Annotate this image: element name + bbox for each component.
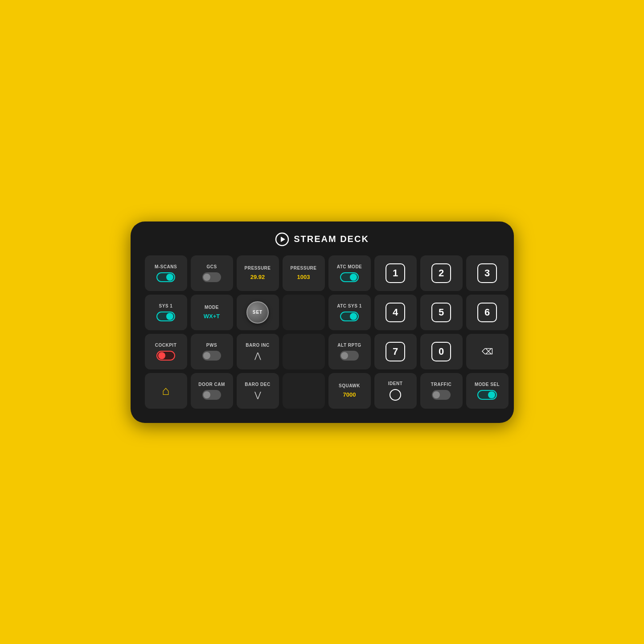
num-5-display: 5 bbox=[431, 303, 451, 322]
button-grid: M-SCANS GCS PRESSURE 29.92 PRESSURE 1003… bbox=[145, 255, 500, 409]
alt-rptg-button[interactable]: ALT RPTG bbox=[328, 334, 371, 369]
mode-button[interactable]: MODE WX+T bbox=[191, 295, 233, 330]
num-6-button[interactable]: 6 bbox=[466, 295, 509, 330]
pws-toggle[interactable] bbox=[202, 351, 221, 361]
num-3-display: 3 bbox=[477, 263, 497, 283]
alt-rptg-label: ALT RPTG bbox=[337, 343, 361, 348]
atc-mode-toggle[interactable] bbox=[340, 272, 359, 282]
baro-dec-label: BARO DEC bbox=[245, 382, 270, 387]
num-5-button[interactable]: 5 bbox=[420, 295, 463, 330]
atc-mode-label: ATC MODE bbox=[337, 264, 362, 270]
mode-value: WX+T bbox=[204, 313, 220, 320]
atc-mode-button[interactable]: ATC MODE bbox=[328, 255, 371, 291]
baro-inc-arrow-icon: ⋀ bbox=[254, 351, 261, 361]
traffic-toggle[interactable] bbox=[432, 390, 451, 400]
m-scans-button[interactable]: M-SCANS bbox=[145, 255, 187, 291]
blank-button-3 bbox=[283, 373, 325, 409]
num-4-button[interactable]: 4 bbox=[374, 295, 417, 330]
cockpit-button[interactable]: COCKPIT bbox=[145, 334, 187, 369]
pws-knob bbox=[203, 352, 210, 359]
mode-sel-toggle[interactable] bbox=[477, 390, 497, 400]
pws-button[interactable]: PWS bbox=[191, 334, 233, 369]
squawk-label: SQUAWK bbox=[339, 383, 360, 389]
num-0-display: 0 bbox=[431, 342, 451, 361]
ident-circle-icon bbox=[390, 389, 401, 401]
pressure-2992-button[interactable]: PRESSURE 29.92 bbox=[237, 255, 279, 291]
set-knob-display[interactable]: SET bbox=[246, 301, 269, 324]
num-4-display: 4 bbox=[386, 303, 405, 322]
door-cam-knob bbox=[203, 391, 210, 398]
sys1-toggle[interactable] bbox=[156, 312, 175, 321]
door-cam-label: DOOR CAM bbox=[198, 382, 225, 387]
svg-marker-1 bbox=[281, 237, 285, 242]
baro-inc-button[interactable]: BARO INC ⋀ bbox=[237, 334, 279, 369]
ident-label: IDENT bbox=[388, 381, 403, 386]
gcs-button[interactable]: GCS bbox=[191, 255, 233, 291]
pressure-1003-label: PRESSURE bbox=[290, 266, 316, 271]
num-1-button[interactable]: 1 bbox=[374, 255, 417, 291]
mode-sel-button[interactable]: MODE SEL bbox=[466, 373, 509, 409]
atc-sys1-label: ATC SYS 1 bbox=[337, 304, 361, 309]
gcs-label: GCS bbox=[206, 264, 217, 270]
gcs-knob bbox=[203, 274, 210, 281]
num-7-display: 7 bbox=[386, 342, 405, 361]
pressure-1003-value: 1003 bbox=[297, 274, 310, 280]
stream-deck-logo-icon bbox=[275, 232, 289, 246]
door-cam-toggle[interactable] bbox=[202, 390, 221, 400]
m-scans-label: M-SCANS bbox=[155, 264, 177, 270]
baro-dec-button[interactable]: BARO DEC ⋁ bbox=[237, 373, 279, 409]
backspace-icon: ⌫ bbox=[482, 347, 493, 357]
sys1-knob bbox=[166, 313, 173, 320]
baro-inc-label: BARO INC bbox=[246, 343, 269, 348]
m-scans-knob bbox=[166, 274, 173, 281]
cockpit-knob bbox=[158, 352, 165, 359]
num-2-display: 2 bbox=[431, 263, 451, 283]
traffic-button[interactable]: TRAFFIC bbox=[420, 373, 463, 409]
num-3-button[interactable]: 3 bbox=[466, 255, 509, 291]
atc-mode-knob bbox=[350, 274, 357, 281]
cockpit-label: COCKPIT bbox=[155, 343, 177, 348]
mode-label: MODE bbox=[205, 305, 219, 310]
sys1-button[interactable]: SYS 1 bbox=[145, 295, 187, 330]
atc-sys1-knob bbox=[350, 313, 357, 320]
atc-sys1-toggle[interactable] bbox=[340, 312, 359, 321]
mode-sel-knob bbox=[488, 391, 495, 398]
num-0-button[interactable]: 0 bbox=[420, 334, 463, 369]
ident-button[interactable]: IDENT bbox=[374, 373, 417, 409]
pressure-2992-label: PRESSURE bbox=[244, 266, 271, 271]
m-scans-toggle[interactable] bbox=[156, 272, 175, 282]
blank-button-1 bbox=[283, 295, 325, 330]
home-icon: ⌂ bbox=[162, 384, 170, 398]
num-1-display: 1 bbox=[386, 263, 405, 283]
num-6-display: 6 bbox=[477, 303, 497, 322]
alt-rptg-knob bbox=[341, 352, 348, 359]
sys1-label: SYS 1 bbox=[159, 304, 173, 309]
num-2-button[interactable]: 2 bbox=[420, 255, 463, 291]
pressure-2992-value: 29.92 bbox=[250, 274, 265, 280]
deck-title: STREAM DECK bbox=[294, 234, 369, 244]
door-cam-button[interactable]: DOOR CAM bbox=[191, 373, 233, 409]
mode-sel-label: MODE SEL bbox=[475, 382, 500, 387]
traffic-label: TRAFFIC bbox=[431, 382, 451, 387]
blank-button-2 bbox=[283, 334, 325, 369]
squawk-value: 7000 bbox=[343, 391, 356, 398]
traffic-knob bbox=[433, 391, 440, 398]
atc-sys1-button[interactable]: ATC SYS 1 bbox=[328, 295, 371, 330]
pws-label: PWS bbox=[206, 343, 217, 348]
pressure-1003-button[interactable]: PRESSURE 1003 bbox=[283, 255, 325, 291]
backspace-button[interactable]: ⌫ bbox=[466, 334, 509, 369]
home-button[interactable]: ⌂ bbox=[145, 373, 187, 409]
set-knob-button[interactable]: SET bbox=[237, 295, 279, 330]
cockpit-toggle[interactable] bbox=[156, 351, 175, 361]
gcs-toggle[interactable] bbox=[202, 272, 221, 282]
alt-rptg-toggle[interactable] bbox=[340, 351, 359, 361]
deck-header: STREAM DECK bbox=[145, 232, 500, 246]
baro-dec-arrow-icon: ⋁ bbox=[254, 390, 261, 400]
squawk-button[interactable]: SQUAWK 7000 bbox=[328, 373, 371, 409]
num-7-button[interactable]: 7 bbox=[374, 334, 417, 369]
stream-deck-device: STREAM DECK M-SCANS GCS PRESSURE 29.92 P… bbox=[131, 222, 514, 423]
